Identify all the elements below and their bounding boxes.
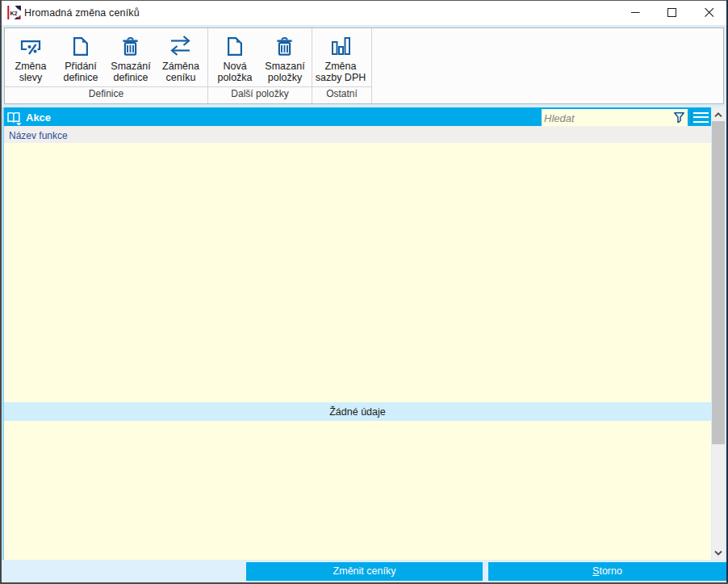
svg-text:K2: K2 [10,11,17,16]
